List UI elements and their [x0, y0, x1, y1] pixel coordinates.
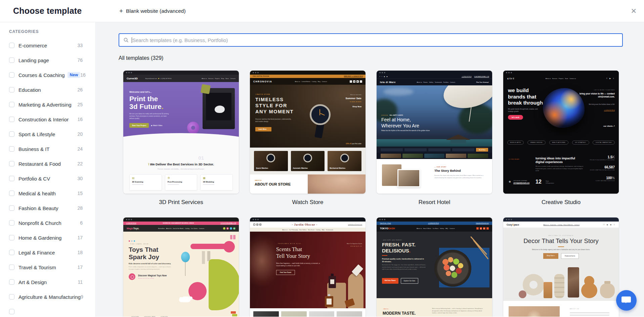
- category-label: Agriculture & Manufacturing: [18, 294, 81, 300]
- watch-icon: [266, 154, 275, 162]
- watch-icon: [340, 154, 349, 162]
- category-item[interactable]: Landing page 76: [0, 53, 95, 68]
- category-checkbox[interactable]: [9, 161, 14, 166]
- category-label: Home & Gardening: [18, 235, 61, 241]
- story-title: The Story Behind: [434, 169, 461, 172]
- category-item[interactable]: Sport & Lifestyle 20: [0, 127, 95, 142]
- browser-chrome: [377, 217, 492, 222]
- category-checkbox[interactable]: [9, 220, 14, 226]
- category-checkbox[interactable]: [9, 131, 14, 137]
- all-templates-heading: All templates (329): [119, 55, 623, 61]
- mini-logo: ctrl: [507, 77, 515, 80]
- mini-cta-primary: Start Your Project: [129, 123, 149, 128]
- category-checkbox[interactable]: [9, 102, 14, 107]
- dot-icon: [158, 78, 159, 79]
- service-icon: ⚙: [168, 177, 195, 180]
- category-checkbox[interactable]: [9, 309, 14, 314]
- category-label: Business & IT: [18, 146, 50, 152]
- template-thumbnail-jardin-obscur[interactable]: f◉▶ - Jardin Obscur - jardinobscur@email…: [250, 217, 366, 317]
- help-note: NEED HELP: +1 (234) 567 89 00: [344, 76, 363, 77]
- browser-chrome: [503, 71, 619, 75]
- category-checkbox[interactable]: [9, 250, 14, 255]
- template-thumbnail-cozyspace[interactable]: CozySpace About us Inspiration Catalog N…: [503, 217, 619, 317]
- category-checkbox[interactable]: [9, 235, 14, 240]
- template-thumbnail-creative-studio[interactable]: ctrl About us Services Projects Team Con…: [503, 71, 619, 194]
- section-subtext: Precision, innovation, and reliability —…: [123, 168, 239, 170]
- template-card: ctrl About us Services Projects Team Con…: [503, 71, 619, 217]
- category-item[interactable]: Agriculture & Manufacturing 9: [0, 289, 95, 304]
- category-checkbox[interactable]: [9, 146, 14, 152]
- cube-art: [201, 84, 211, 94]
- mini-phone: +1 (234) 567 89 00: [160, 78, 172, 79]
- category-item[interactable]: [0, 304, 95, 317]
- category-checkbox[interactable]: [9, 57, 14, 63]
- mini-hero: - your sushi, your moment - FRESH. FAST.…: [377, 232, 492, 298]
- search-input[interactable]: [132, 37, 618, 43]
- category-item[interactable]: E-commerce 33: [0, 38, 95, 53]
- mini-phone: +1 (234) 567 89 00: [428, 223, 439, 224]
- category-checkbox[interactable]: [9, 265, 14, 270]
- curve-divider: [123, 133, 239, 143]
- category-item[interactable]: Home & Gardening 17: [0, 230, 95, 245]
- social-icons: f t ◉ ▶: [380, 76, 388, 77]
- category-item[interactable]: Nonprofit & Church 6: [0, 215, 95, 230]
- chat-widget-button[interactable]: [616, 290, 637, 311]
- search-box[interactable]: [119, 33, 623, 47]
- category-item[interactable]: Marketing & Advertising 25: [0, 97, 95, 112]
- who-body: We are a creative studio specializing in…: [535, 165, 586, 172]
- mini-cta-primary: Roll Into Flavor: [382, 278, 398, 284]
- category-item[interactable]: Courses & Coaching New 16: [0, 68, 95, 82]
- category-checkbox[interactable]: [9, 205, 14, 211]
- category-item[interactable]: Restaurant & Food 22: [0, 156, 95, 171]
- blank-website-button[interactable]: + Blank website (advanced): [119, 0, 186, 22]
- category-checkbox[interactable]: [9, 87, 14, 92]
- template-thumbnail-resort-hotel[interactable]: f t ◉ ▶ +1 (234) 567 89 00 ISLADIMARE@EM…: [377, 71, 492, 194]
- story-kicker: — OUR STORY: [434, 166, 446, 168]
- hero-lead: Kids deserve a world full of color and d…: [129, 263, 171, 265]
- story-photo: [397, 169, 420, 187]
- category-item[interactable]: Education 26: [0, 82, 95, 97]
- category-item[interactable]: Portfolio & CV 30: [0, 171, 95, 186]
- category-checkbox[interactable]: [9, 294, 14, 300]
- category-checkbox[interactable]: [9, 191, 14, 196]
- template-thumbnail-tokyodash[interactable]: Open 8 am - 10 pm +1 (234) 567 89 00 tok…: [377, 217, 492, 317]
- close-icon[interactable]: ✕: [629, 0, 639, 22]
- category-checkbox[interactable]: [9, 117, 14, 122]
- category-item[interactable]: Travel & Tourism 17: [0, 260, 95, 275]
- template-card: FREE SHIPPING FROM $49 NEED HELP: +1 (23…: [250, 71, 366, 217]
- who-kicker: 01 // WHO WE ARE: [509, 159, 519, 160]
- category-checkbox[interactable]: [9, 176, 14, 181]
- mini-phone: +1 (234) 567 89 00: [126, 223, 136, 224]
- category-checkbox[interactable]: [9, 279, 14, 285]
- category-checkbox[interactable]: [9, 43, 14, 48]
- mini-nav-links: About us Rooms Gallery Testimonials Faci…: [417, 81, 455, 83]
- service-box: ▦ 3D Modeling: [200, 174, 233, 191]
- hero-kicker: - PLAY, LEARN, GROW -: [129, 243, 150, 245]
- mini-cta-secondary: Featured Items: [561, 253, 579, 259]
- hut-wall-art: [450, 140, 466, 144]
- about-kicker: ABOUT US: [570, 308, 579, 310]
- mini-hero: //WATCH STORE TIMELESSSTYLE FORANY MOMEN…: [250, 85, 366, 148]
- mini-navbar: CHRONOVIA About us Limited Edition Catal…: [250, 78, 366, 85]
- category-item[interactable]: Legal & Finance 18: [0, 245, 95, 260]
- category-item[interactable]: Medical & health 15: [0, 186, 95, 201]
- vase-art: [600, 283, 615, 298]
- browser-chrome: [503, 217, 619, 222]
- mini-nav-links: About us Services Projects Team Contact …: [546, 78, 576, 79]
- mini-hero: - PLAY, LEARN, GROW - Toys ThatSpark Joy…: [123, 232, 239, 317]
- mini-navbar: ctrl About us Services Projects Team Con…: [503, 75, 619, 82]
- category-checkbox[interactable]: [9, 72, 14, 78]
- template-thumbnail-3d-print[interactable]: Curve3D 3d.print@email.com +1 (234) 567 …: [123, 71, 239, 194]
- category-count: 76: [77, 57, 83, 63]
- category-item[interactable]: Art & Design 11: [0, 275, 95, 289]
- category-item[interactable]: Construction & Interior 16: [0, 112, 95, 127]
- accent-dash: [382, 255, 387, 256]
- mini-logo: - Jardin Obscur -: [292, 223, 317, 226]
- about-section: - about us - MODERN TASTE. We're not jus…: [377, 298, 492, 317]
- category-label: Nonprofit & Church: [18, 220, 61, 226]
- template-thumbnail-magictoys[interactable]: +1 (234) 567 89 00 SHOWROOM: 123A KANEMO…: [123, 217, 239, 317]
- category-item[interactable]: Fashion & Beauty 28: [0, 201, 95, 215]
- category-label: Education: [18, 87, 41, 93]
- category-item[interactable]: Business & IT 24: [0, 142, 95, 156]
- template-thumbnail-watch-store[interactable]: FREE SHIPPING FROM $49 NEED HELP: +1 (23…: [250, 71, 366, 194]
